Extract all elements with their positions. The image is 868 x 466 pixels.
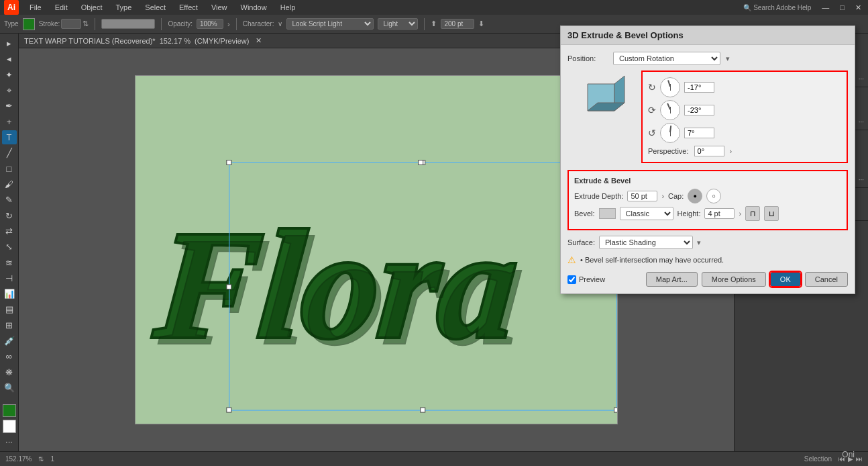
font-select[interactable]: Look Script Light — [286, 18, 374, 30]
char-arrow[interactable]: ∨ — [278, 20, 282, 28]
y-dial[interactable] — [660, 100, 680, 120]
fill-swatch[interactable] — [3, 404, 16, 417]
menu-effect[interactable]: Effect — [176, 2, 201, 13]
gradient-tool[interactable]: ▤ — [2, 302, 17, 316]
svg-rect-9 — [421, 408, 425, 412]
width-tool[interactable]: ⊣ — [2, 271, 17, 285]
rect-tool[interactable]: □ — [2, 162, 17, 176]
x-rotation-input[interactable] — [684, 82, 714, 93]
extrude-depth-label: Extrude Depth: — [574, 192, 623, 200]
dialog-title-bar[interactable]: 3D Extrude & Bevel Options — [561, 26, 855, 45]
extrude-depth-arrow[interactable]: › — [661, 192, 664, 200]
zoom-display[interactable]: 152.17% — [5, 455, 32, 463]
menu-view[interactable]: View — [209, 2, 230, 13]
font-size-up[interactable]: ⬆ — [431, 19, 437, 28]
extrude-depth-input[interactable] — [627, 191, 657, 201]
character-label: Character: — [243, 20, 274, 28]
dialog-3d: 3D Extrude & Bevel Options Position: Cus… — [560, 26, 855, 294]
bevel-row: Bevel: Classic Height: › ⊓ ⊔ — [574, 206, 841, 221]
stroke-swatch[interactable] — [3, 420, 16, 432]
surface-arrow[interactable]: ▾ — [697, 238, 701, 247]
opacity-arrow[interactable]: › — [227, 20, 230, 28]
map-art-button[interactable]: Map Art... — [646, 272, 698, 287]
stroke-arrows[interactable]: ⇅ — [83, 19, 89, 28]
divider-2 — [161, 18, 162, 30]
tab-close[interactable]: ✕ — [256, 36, 262, 45]
add-anchor-tool[interactable]: + — [2, 115, 17, 129]
canvas[interactable]: Flora Flora — [135, 75, 618, 424]
more-tools[interactable]: ··· — [2, 434, 17, 449]
zoom-arrows[interactable]: ⇅ — [38, 455, 44, 463]
direct-select-tool[interactable]: ◂ — [2, 52, 17, 66]
selection-tool[interactable]: ▸ — [2, 36, 17, 50]
position-dropdown-arrow[interactable]: ▾ — [726, 54, 730, 63]
font-size-input[interactable] — [441, 19, 474, 29]
graph-tool[interactable]: 📊 — [2, 287, 17, 301]
maximize-btn[interactable]: □ — [837, 2, 847, 13]
menu-file[interactable]: File — [27, 2, 44, 13]
ok-button[interactable]: OK — [770, 272, 801, 287]
reflect-tool[interactable]: ⇄ — [2, 224, 17, 238]
opacity-input[interactable] — [197, 19, 223, 29]
minimize-btn[interactable]: — — [819, 2, 832, 13]
more-options-button[interactable]: More Options — [702, 272, 766, 287]
tab-name: TEXT WARP TUTORIALS (Recovered)* — [24, 37, 156, 45]
x-dial[interactable] — [660, 77, 680, 97]
fill-color[interactable] — [23, 18, 35, 30]
zoom-tool[interactable]: 🔍 — [2, 381, 17, 395]
font-size-down[interactable]: ⬇ — [478, 19, 484, 28]
panel-more[interactable]: ··· — [859, 75, 864, 83]
extrude-bevel-box: Extrude & Bevel Extrude Depth: › Cap: ● … — [567, 170, 848, 230]
svg-rect-11 — [419, 160, 423, 165]
preview-checkbox[interactable] — [567, 275, 576, 284]
position-label: Position: — [567, 54, 608, 62]
menu-type[interactable]: Type — [113, 2, 135, 13]
position-select[interactable]: Custom Rotation — [613, 52, 720, 65]
height-input[interactable] — [704, 208, 735, 219]
preview-checkbox-label[interactable]: Preview — [567, 275, 605, 284]
search-box[interactable]: 🔍 Search Adobe Help — [741, 3, 814, 13]
perspective-arrow[interactable]: › — [730, 147, 733, 155]
menu-help[interactable]: Help — [278, 2, 299, 13]
type-tool[interactable]: T — [2, 130, 17, 144]
stroke-input[interactable] — [61, 19, 81, 29]
cap-btn-on[interactable]: ● — [688, 189, 702, 203]
align-more[interactable]: ··· — [859, 176, 864, 183]
magic-wand-tool[interactable]: ✦ — [2, 68, 17, 82]
line-tool[interactable]: ╱ — [2, 146, 17, 160]
surface-select[interactable]: Plastic Shading — [599, 236, 693, 249]
cube-preview — [574, 71, 628, 124]
svg-rect-6 — [227, 285, 231, 289]
font-weight-select[interactable]: Light — [378, 18, 418, 30]
close-btn[interactable]: ✕ — [853, 2, 864, 13]
pencil-tool[interactable]: ✎ — [2, 193, 17, 207]
scale-tool[interactable]: ⤡ — [2, 240, 17, 254]
lasso-tool[interactable]: ⌖ — [2, 83, 17, 97]
bevel-icon-2[interactable]: ⊔ — [764, 206, 779, 221]
eyedropper-tool[interactable]: 💉 — [2, 334, 17, 348]
height-arrow[interactable]: › — [739, 209, 741, 218]
symbol-tool[interactable]: ❋ — [2, 365, 17, 379]
menu-object[interactable]: Object — [78, 2, 105, 13]
color-swatch-input[interactable] — [101, 19, 155, 29]
bevel-icon-1[interactable]: ⊓ — [745, 206, 760, 221]
next-btn[interactable]: ⏭ — [856, 455, 863, 463]
z-rotation-icon: ↺ — [648, 128, 656, 138]
rotate-tool[interactable]: ↻ — [2, 208, 17, 222]
cap-btn-off[interactable]: ○ — [706, 189, 721, 203]
mesh-tool[interactable]: ⊞ — [2, 318, 17, 332]
menu-select[interactable]: Select — [142, 2, 168, 13]
pen-tool[interactable]: ✒ — [2, 99, 17, 113]
warp-tool[interactable]: ≋ — [2, 255, 17, 269]
z-dial[interactable] — [660, 123, 680, 143]
z-rotation-input[interactable] — [684, 128, 714, 138]
blend-tool[interactable]: ∞ — [2, 349, 17, 363]
perspective-input[interactable] — [694, 146, 724, 156]
cancel-button[interactable]: Cancel — [805, 272, 848, 287]
menu-window[interactable]: Window — [238, 2, 270, 13]
y-rotation-input[interactable] — [684, 105, 714, 115]
paragraph-more[interactable]: ··· — [859, 118, 864, 126]
bevel-select[interactable]: Classic — [620, 207, 673, 220]
paintbrush-tool[interactable]: 🖌 — [2, 177, 17, 191]
menu-edit[interactable]: Edit — [52, 2, 70, 13]
